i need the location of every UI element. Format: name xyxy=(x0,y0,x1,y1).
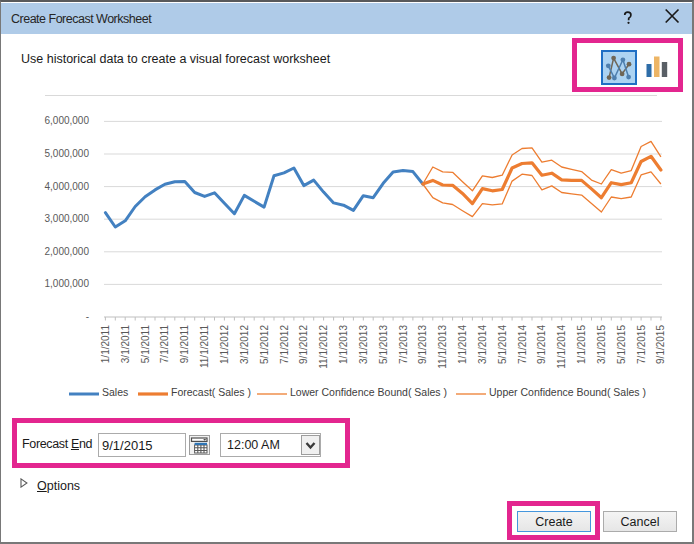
svg-text:2,000,000: 2,000,000 xyxy=(45,246,90,257)
svg-text:1/1/2013: 1/1/2013 xyxy=(338,325,349,364)
svg-text:Lower Confidence Bound( Sales: Lower Confidence Bound( Sales ) xyxy=(290,386,447,398)
svg-text:3/1/2012: 3/1/2012 xyxy=(239,325,250,364)
svg-text:3/1/2013: 3/1/2013 xyxy=(358,325,369,364)
svg-text:1/1/2012: 1/1/2012 xyxy=(219,325,230,364)
svg-text:9/1/2014: 9/1/2014 xyxy=(536,325,547,364)
svg-text:11/1/2013: 11/1/2013 xyxy=(437,325,448,369)
svg-text:5/1/2013: 5/1/2013 xyxy=(378,325,389,364)
svg-text:7/1/2014: 7/1/2014 xyxy=(517,325,528,364)
svg-text:Forecast( Sales ): Forecast( Sales ) xyxy=(171,386,251,398)
svg-text:7/1/2012: 7/1/2012 xyxy=(279,325,290,364)
svg-text:3/1/2011: 3/1/2011 xyxy=(120,325,131,364)
svg-text:7/1/2015: 7/1/2015 xyxy=(636,325,647,364)
svg-text:3,000,000: 3,000,000 xyxy=(45,213,90,224)
svg-text:5/1/2012: 5/1/2012 xyxy=(259,325,270,364)
svg-text:7/1/2013: 7/1/2013 xyxy=(398,325,409,364)
svg-text:1/1/2015: 1/1/2015 xyxy=(576,325,587,364)
svg-text:-: - xyxy=(86,311,89,322)
svg-text:5/1/2014: 5/1/2014 xyxy=(497,325,508,364)
svg-text:4,000,000: 4,000,000 xyxy=(45,181,90,192)
svg-text:9/1/2012: 9/1/2012 xyxy=(298,325,309,364)
svg-text:3/1/2014: 3/1/2014 xyxy=(477,325,488,364)
svg-text:6,000,000: 6,000,000 xyxy=(45,115,90,126)
svg-text:11/1/2014: 11/1/2014 xyxy=(556,325,567,369)
svg-text:7/1/2011: 7/1/2011 xyxy=(159,325,170,364)
svg-text:9/1/2013: 9/1/2013 xyxy=(417,325,428,364)
svg-text:1/1/2011: 1/1/2011 xyxy=(100,325,111,364)
svg-text:11/1/2011: 11/1/2011 xyxy=(199,325,210,368)
svg-text:1,000,000: 1,000,000 xyxy=(45,278,90,289)
svg-text:11/1/2012: 11/1/2012 xyxy=(318,325,329,369)
svg-text:3/1/2015: 3/1/2015 xyxy=(596,325,607,364)
svg-text:Upper Confidence Bound( Sales: Upper Confidence Bound( Sales ) xyxy=(489,386,646,398)
svg-text:5,000,000: 5,000,000 xyxy=(45,148,90,159)
svg-text:5/1/2011: 5/1/2011 xyxy=(140,325,151,364)
svg-text:9/1/2015: 9/1/2015 xyxy=(655,325,666,364)
svg-text:5/1/2015: 5/1/2015 xyxy=(616,325,627,364)
svg-text:9/1/2011: 9/1/2011 xyxy=(179,325,190,364)
svg-text:1/1/2014: 1/1/2014 xyxy=(457,325,468,364)
svg-text:Sales: Sales xyxy=(102,386,128,398)
